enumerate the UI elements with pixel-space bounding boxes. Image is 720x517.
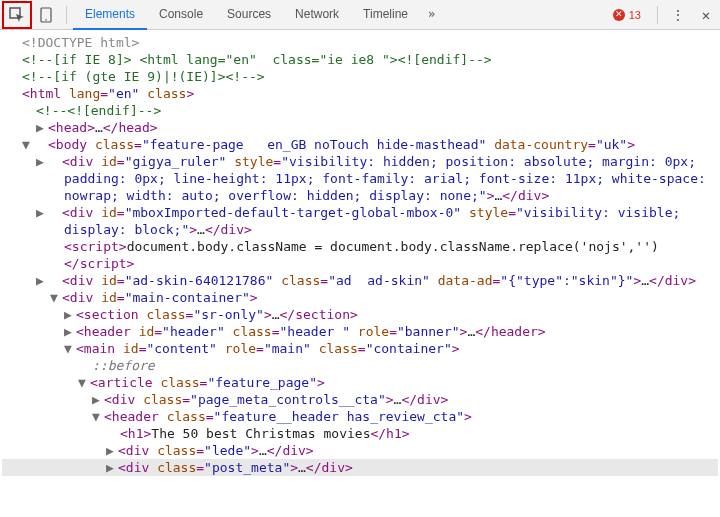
separator	[66, 6, 67, 24]
expand-icon[interactable]: ▶	[92, 391, 104, 408]
dom-node[interactable]: ▶<div id="mboxImported-default-target-gl…	[16, 204, 718, 238]
devtools-toolbar: Elements Console Sources Network Timelin…	[0, 0, 720, 30]
dom-node-feature-header[interactable]: ▼<header class="feature__header has_revi…	[2, 408, 718, 425]
dom-node-script[interactable]: <script>document.body.className = docume…	[2, 238, 718, 272]
dom-node[interactable]: ▶<div id="ad-skin-640121786" class="ad a…	[16, 272, 718, 289]
separator	[657, 6, 658, 24]
dom-node-h1[interactable]: <h1>The 50 best Christmas movies</h1>	[2, 425, 718, 442]
tab-bar: Elements Console Sources Network Timelin…	[73, 0, 443, 30]
close-devtools-button[interactable]: ✕	[692, 7, 720, 23]
dom-node-selected[interactable]: ▶<div class="post_meta">…</div>	[2, 459, 718, 476]
tab-console[interactable]: Console	[147, 0, 215, 30]
inspect-icon	[9, 7, 25, 23]
svg-point-2	[45, 19, 47, 21]
expand-icon[interactable]: ▶	[106, 442, 118, 459]
tab-sources[interactable]: Sources	[215, 0, 283, 30]
collapse-icon[interactable]: ▼	[78, 374, 90, 391]
device-icon	[40, 7, 52, 23]
expand-icon[interactable]: ▶	[106, 459, 118, 476]
dom-node[interactable]: ▶<div id="gigya_ruler" style="visibility…	[16, 153, 718, 204]
expand-icon[interactable]: ▶	[50, 204, 62, 221]
expand-icon[interactable]: ▶	[50, 153, 62, 170]
dom-node[interactable]: <!DOCTYPE html>	[2, 34, 718, 51]
dom-node[interactable]: ▶<div class="lede">…</div>	[2, 442, 718, 459]
dom-tree[interactable]: <!DOCTYPE html> <!--[if IE 8]> <html lan…	[0, 30, 720, 517]
dom-comment[interactable]: <!--[if IE 8]> <html lang="en" class="ie…	[2, 51, 718, 68]
tab-elements[interactable]: Elements	[73, 0, 147, 30]
error-count: 13	[629, 9, 641, 21]
dom-node-main-container[interactable]: ▼<div id="main-container">	[2, 289, 718, 306]
dom-node-body[interactable]: ▼<body class="feature-page en_GB noTouch…	[16, 136, 718, 153]
expand-icon[interactable]: ▶	[50, 272, 62, 289]
more-tabs-button[interactable]: »	[420, 0, 443, 30]
collapse-icon[interactable]: ▼	[36, 136, 48, 153]
collapse-icon[interactable]: ▼	[50, 289, 62, 306]
device-toggle-button[interactable]	[32, 1, 60, 29]
inspect-element-button[interactable]	[2, 1, 32, 29]
dom-node[interactable]: ▶<div class="page_meta_controls__cta">…<…	[2, 391, 718, 408]
dom-comment[interactable]: <!--<![endif]-->	[2, 102, 718, 119]
expand-icon[interactable]: ▶	[64, 323, 76, 340]
error-icon: ✕	[613, 9, 625, 21]
dom-node-html[interactable]: <html lang="en" class>	[2, 85, 718, 102]
tab-timeline[interactable]: Timeline	[351, 0, 420, 30]
collapse-icon[interactable]: ▼	[92, 408, 104, 425]
expand-icon[interactable]: ▶	[64, 306, 76, 323]
error-count-badge[interactable]: ✕ 13	[603, 9, 651, 21]
pseudo-before[interactable]: ::before	[2, 357, 718, 374]
tab-network[interactable]: Network	[283, 0, 351, 30]
dom-comment[interactable]: <!--[if (gte IE 9)|!(IE)]><!-->	[2, 68, 718, 85]
kebab-menu-button[interactable]: ⋮	[664, 7, 692, 23]
dom-node[interactable]: ▶<header id="header" class="header " rol…	[2, 323, 718, 340]
expand-icon[interactable]: ▶	[36, 119, 48, 136]
dom-node-head[interactable]: ▶<head>…</head>	[2, 119, 718, 136]
dom-node[interactable]: ▶<section class="sr-only">…</section>	[2, 306, 718, 323]
collapse-icon[interactable]: ▼	[64, 340, 76, 357]
dom-node-article[interactable]: ▼<article class="feature_page">	[2, 374, 718, 391]
dom-node-main[interactable]: ▼<main id="content" role="main" class="c…	[2, 340, 718, 357]
